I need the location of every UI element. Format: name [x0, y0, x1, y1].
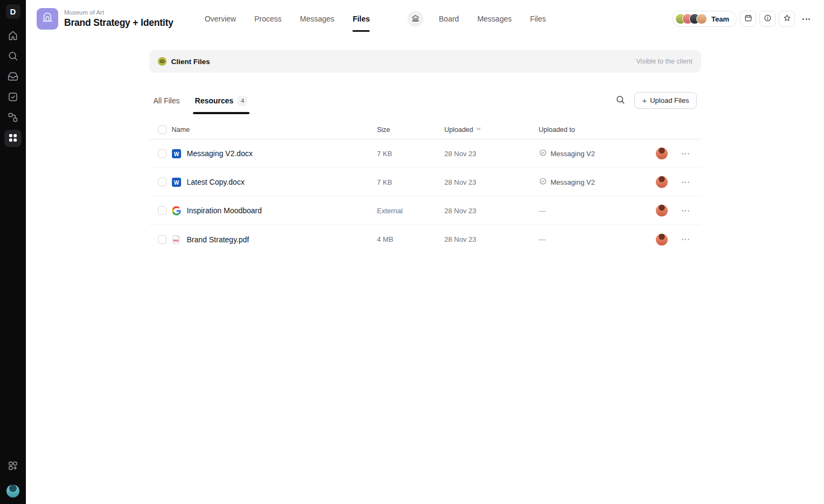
team-label: Team: [711, 15, 729, 23]
tab-resources-count: 4: [238, 96, 247, 106]
info-button[interactable]: [759, 11, 775, 27]
row-checkbox[interactable]: [158, 178, 167, 186]
task-check-icon: [8, 92, 18, 104]
file-row[interactable]: Inspiration Moodboard External 28 Nov 23…: [149, 197, 701, 225]
column-size: Size: [377, 126, 445, 134]
nav-tab-files[interactable]: Files: [352, 11, 370, 26]
sidebar-nav: [4, 27, 22, 150]
calendar-button[interactable]: [740, 11, 756, 27]
word-file-icon: W: [172, 178, 181, 187]
file-row[interactable]: W Messaging V2.docx 7 KB 28 Nov 23 Messa…: [149, 139, 701, 168]
file-name: Inspiration Moodboard: [187, 206, 262, 215]
workspace-name: Museum of Art: [64, 9, 174, 16]
uploader-avatar[interactable]: [656, 205, 668, 216]
client-portal-button[interactable]: [407, 11, 424, 27]
nav-tab-process[interactable]: Process: [254, 11, 282, 26]
file-name-cell[interactable]: PDF Brand Strategy.pdf: [172, 235, 377, 244]
portal-building-icon: [411, 14, 420, 24]
sidebar-item-tasks[interactable]: [4, 89, 22, 106]
more-options-button[interactable]: [798, 11, 814, 27]
uploader-avatar[interactable]: [656, 148, 668, 159]
sidebar-item-workflows[interactable]: [4, 109, 22, 127]
check-circle-icon: [539, 149, 547, 158]
row-more-button[interactable]: [678, 234, 693, 244]
column-uploaded-label: Uploaded: [445, 126, 474, 134]
app-window: D: [0, 0, 824, 504]
uploaded-to-cell[interactable]: Messaging V2: [539, 177, 656, 187]
app-sidebar: D: [0, 0, 26, 504]
file-name-cell[interactable]: W Messaging V2.docx: [172, 149, 377, 158]
uploaded-to-empty: —: [539, 207, 546, 215]
chevron-down-icon: [475, 125, 482, 134]
visibility-eye-icon: [158, 57, 167, 66]
column-uploaded[interactable]: Uploaded: [445, 125, 539, 134]
sidebar-add-app-button[interactable]: [4, 458, 22, 475]
apps-grid-icon: [8, 132, 18, 145]
banner-visibility-note: Visible to the client: [636, 58, 693, 65]
sidebar-item-home[interactable]: [4, 27, 22, 45]
row-more-button[interactable]: [678, 149, 693, 159]
file-name-cell[interactable]: Inspiration Moodboard: [172, 206, 377, 215]
file-row[interactable]: PDF Brand Strategy.pdf 4 MB 28 Nov 23 —: [149, 225, 701, 254]
team-button[interactable]: Team: [672, 11, 737, 27]
file-name: Brand Strategy.pdf: [187, 235, 250, 244]
uploaded-to-cell[interactable]: Messaging V2: [539, 149, 656, 158]
uploaded-to-label: Messaging V2: [551, 178, 595, 186]
upload-files-label: Upload Files: [650, 96, 689, 104]
file-name-cell[interactable]: W Latest Copy.docx: [172, 178, 377, 187]
sidebar-bottom: [4, 458, 22, 498]
nav-tab-messages[interactable]: Messages: [300, 11, 335, 26]
tab-resources-label: Resources: [195, 96, 234, 105]
row-checkbox[interactable]: [158, 206, 167, 215]
nav-tab-overview[interactable]: Overview: [205, 11, 236, 26]
row-more-button[interactable]: [678, 177, 693, 187]
files-table: Name Size Uploaded Uploaded to W Messagi…: [149, 120, 701, 254]
project-logo[interactable]: [37, 8, 58, 30]
app-logo[interactable]: D: [6, 4, 20, 19]
uploader-avatar[interactable]: [656, 176, 668, 188]
main-area: Museum of Art Brand Strategy + Identity …: [26, 0, 824, 504]
team-avatar-stack: [675, 13, 707, 24]
calendar-icon: [744, 14, 752, 24]
search-icon: [615, 95, 625, 106]
sidebar-item-inbox[interactable]: [4, 68, 22, 86]
tab-all-files[interactable]: All Files: [154, 96, 180, 106]
column-name: Name: [172, 126, 377, 134]
svg-text:W: W: [174, 151, 179, 157]
sidebar-item-search[interactable]: [4, 48, 22, 65]
row-checkbox[interactable]: [158, 149, 167, 158]
project-title: Brand Strategy + Identity: [64, 17, 174, 29]
uploader-avatar[interactable]: [656, 234, 668, 246]
client-nav-tab-messages[interactable]: Messages: [477, 11, 512, 26]
svg-text:PDF: PDF: [173, 239, 179, 242]
toolbar-actions: + Upload Files: [614, 92, 696, 109]
banner-title: Client Files: [171, 58, 210, 66]
row-more-button[interactable]: [678, 206, 693, 216]
project-identity: Museum of Art Brand Strategy + Identity: [37, 8, 174, 30]
search-files-button[interactable]: [614, 94, 627, 107]
ellipsis-icon: [802, 18, 810, 20]
favorite-button[interactable]: [779, 11, 795, 27]
workflow-icon: [8, 112, 18, 124]
file-row[interactable]: W Latest Copy.docx 7 KB 28 Nov 23 Messag…: [149, 168, 701, 197]
tab-all-files-label: All Files: [154, 96, 180, 105]
upload-files-button[interactable]: + Upload Files: [634, 92, 696, 109]
inbox-icon: [8, 71, 18, 83]
client-nav-tab-files[interactable]: Files: [530, 11, 546, 26]
project-header: Museum of Art Brand Strategy + Identity …: [26, 0, 824, 38]
file-uploaded-date: 28 Nov 23: [445, 178, 539, 186]
client-nav-tab-board[interactable]: Board: [439, 11, 459, 26]
row-checkbox[interactable]: [158, 235, 167, 244]
app-logo-letter: D: [10, 7, 16, 16]
select-all-checkbox[interactable]: [158, 125, 167, 134]
tab-resources[interactable]: Resources 4: [195, 96, 248, 106]
svg-text:W: W: [174, 179, 179, 185]
page-content: Client Files Visible to the client All F…: [26, 38, 824, 504]
file-size: 7 KB: [377, 178, 445, 186]
sidebar-item-apps[interactable]: [4, 130, 22, 147]
uploaded-to-empty: —: [539, 235, 546, 243]
user-avatar[interactable]: [6, 485, 19, 498]
file-size: 4 MB: [377, 235, 445, 243]
files-table-header: Name Size Uploaded Uploaded to: [149, 120, 701, 139]
file-uploaded-date: 28 Nov 23: [445, 235, 539, 243]
